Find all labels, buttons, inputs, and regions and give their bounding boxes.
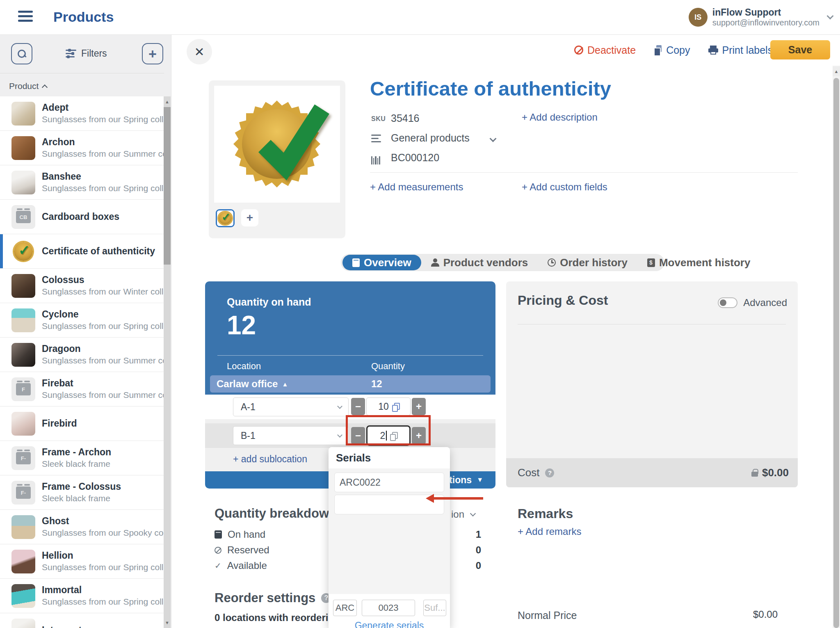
list-item[interactable]: Colossus Sunglasses from our Winter coll… [0, 269, 164, 303]
add-custom-fields-link[interactable]: + Add custom fields [522, 181, 607, 193]
list-item[interactable]: Immortal Sunglasses from our Spring coll… [0, 579, 164, 613]
deactivate-button[interactable]: Deactivate [574, 44, 636, 56]
divider [370, 172, 798, 173]
list-item[interactable]: CB Cardboard boxes [0, 200, 164, 234]
location-row[interactable]: Carlaw office ▲ 12 [210, 375, 491, 393]
add-measurements-link[interactable]: + Add measurements [370, 181, 463, 193]
filters-button[interactable]: Filters [66, 48, 107, 59]
sidebar-scrollbar[interactable]: ▲ ▼ [164, 96, 171, 628]
product-subtitle: Sunglasses from our Spring collecti… [42, 597, 164, 607]
sublocation-row: B-1 − 2 + [205, 423, 495, 448]
scrollbar-thumb[interactable] [164, 107, 171, 265]
serial-input-2[interactable] [334, 495, 444, 514]
add-image-button[interactable]: + [241, 209, 258, 226]
pricing-title: Pricing & Cost [518, 293, 608, 308]
list-item[interactable]: F- Frame - Archon Sleek black frame [0, 441, 164, 475]
scroll-up-icon[interactable]: ▲ [164, 97, 171, 106]
serial-prefix-input[interactable] [333, 600, 357, 616]
list-item[interactable]: Dragoon Sunglasses from our Summer colle… [0, 338, 164, 372]
serial-input-1[interactable] [334, 473, 444, 492]
scroll-down-icon[interactable]: ▼ [164, 618, 171, 627]
location-column-header: Location [227, 361, 261, 372]
quantity-total: 12 [227, 310, 256, 340]
print-labels-button[interactable]: Print labels [708, 44, 773, 56]
category-select[interactable]: General products [391, 132, 470, 144]
product-photo-thumbnail [11, 308, 35, 332]
serials-copy-icon[interactable] [390, 432, 397, 439]
chevron-down-icon [337, 404, 342, 409]
list-item[interactable]: Ghost Sunglasses from our Spooky collect… [0, 510, 164, 544]
sublocation-select[interactable]: A-1 [233, 397, 349, 416]
barcode-value[interactable]: BC000120 [391, 152, 439, 164]
quantity-field-focused[interactable]: 2 [366, 425, 411, 446]
toggle-off-icon[interactable] [718, 297, 737, 308]
sidebar-controls: Filters + [0, 35, 171, 73]
tab-order-history[interactable]: Order history [538, 254, 637, 271]
product-subtitle: Sunglasses from our Spring collecti… [42, 114, 164, 124]
scroll-up-icon[interactable]: ▲ [833, 66, 840, 76]
remarks-title: Remarks [518, 506, 573, 521]
add-remarks-link[interactable]: + Add remarks [518, 526, 581, 537]
scrollbar-thumb[interactable] [833, 78, 839, 628]
product-photo-thumbnail [11, 550, 35, 573]
list-item[interactable]: Firebird [0, 406, 164, 441]
product-list: Adept Sunglasses from our Spring collect… [0, 96, 164, 628]
image-thumbnail-selected[interactable]: ✓ [216, 209, 235, 227]
location-selector-partial[interactable]: ion [451, 509, 475, 520]
add-product-button[interactable]: + [142, 43, 163, 64]
pricing-cost-card: Pricing & Cost Advanced Normal Price $0.… [506, 281, 798, 487]
product-name: Firebird [42, 418, 77, 429]
filters-icon [66, 49, 76, 58]
avatar: IS [689, 8, 708, 27]
list-item[interactable]: Banshee Sunglasses from our Spring colle… [0, 165, 164, 200]
list-item-selected[interactable]: ✓ Certificate of authenticity [0, 234, 164, 269]
sku-value[interactable]: 35416 [391, 112, 420, 124]
tab-movement-history[interactable]: Movement history [637, 254, 760, 271]
save-button[interactable]: Save [770, 40, 830, 59]
hamburger-menu-icon[interactable] [18, 11, 33, 24]
increment-button[interactable]: + [412, 427, 426, 444]
chevron-down-icon[interactable] [491, 135, 495, 143]
page-scrollbar[interactable]: ▲ [833, 66, 840, 628]
chevron-down-icon[interactable] [827, 13, 834, 20]
add-description-link[interactable]: + Add description [522, 112, 598, 123]
list-item[interactable]: Archon Sunglasses from our Summer collec… [0, 131, 164, 165]
quantity-stepper: − 10 + [351, 397, 426, 416]
product-name: Frame - Colossus [42, 481, 121, 492]
quantity-field[interactable]: 10 [366, 397, 411, 416]
tab-product-vendors[interactable]: Product vendors [421, 254, 538, 271]
list-item[interactable]: Adept Sunglasses from our Spring collect… [0, 96, 164, 131]
person-icon [431, 258, 439, 267]
copy-button[interactable]: Copy [654, 44, 690, 56]
serials-copy-icon[interactable] [392, 403, 399, 410]
list-item[interactable]: F- Frame - Colossus Sleek black frame [0, 475, 164, 510]
search-button[interactable] [11, 43, 32, 64]
increment-button[interactable]: + [412, 398, 426, 415]
category-icon [371, 135, 385, 144]
tab-overview[interactable]: Overview [342, 255, 421, 270]
list-item[interactable]: Cyclone Sunglasses from our Spring colle… [0, 303, 164, 338]
normal-price-input[interactable]: $0.00 [681, 605, 783, 624]
list-item[interactable]: Hellion Sunglasses from our Spring colle… [0, 544, 164, 579]
decrement-button[interactable]: − [351, 398, 365, 415]
list-item[interactable]: F Firebat Sunglasses from our Summer col… [0, 372, 164, 406]
action-toolbar: Deactivate Copy Print labels [574, 40, 773, 60]
list-item[interactable]: Interceptor [0, 613, 164, 628]
user-menu[interactable]: IS inFlow Support support@inflowinventor… [689, 5, 833, 30]
help-icon[interactable]: ? [545, 468, 554, 477]
product-photo-thumbnail [11, 619, 35, 628]
sidebar: Filters + Product Adept Sunglasses from … [0, 35, 171, 628]
divider [0, 73, 164, 73]
serial-number-input[interactable] [362, 600, 415, 616]
product-name: Dragoon [42, 343, 81, 354]
sublocation-select[interactable]: B-1 [233, 426, 349, 445]
close-button[interactable]: ✕ [187, 39, 212, 64]
serial-suffix-input[interactable] [423, 600, 446, 616]
add-sublocation-link[interactable]: + add sublocation [233, 454, 307, 465]
decrement-button[interactable]: − [351, 427, 365, 444]
sort-header-product[interactable]: Product [9, 76, 47, 96]
advanced-toggle[interactable]: Advanced [718, 297, 787, 308]
generate-serials-link[interactable]: Generate serials [329, 620, 450, 628]
image-thumbnails: ✓ + [216, 209, 258, 227]
product-subtitle: Sleek black frame [42, 459, 110, 469]
